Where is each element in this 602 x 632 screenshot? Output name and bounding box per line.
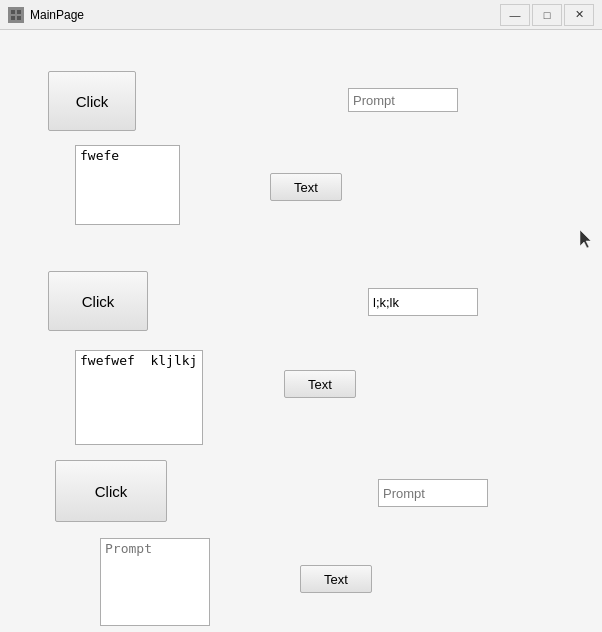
title-bar-controls: — □ ✕ bbox=[500, 4, 594, 26]
textarea-2[interactable]: fwefwef kljlkj bbox=[75, 350, 203, 445]
window-title: MainPage bbox=[30, 8, 84, 22]
prompt-input-3[interactable] bbox=[378, 479, 488, 507]
click-button-3[interactable]: Click bbox=[55, 460, 167, 522]
textarea-1[interactable]: fwefe bbox=[75, 145, 180, 225]
text-button-1[interactable]: Text bbox=[270, 173, 342, 201]
svg-marker-4 bbox=[580, 230, 591, 248]
text-button-2[interactable]: Text bbox=[284, 370, 356, 398]
svg-rect-2 bbox=[11, 16, 15, 20]
cursor-arrow bbox=[580, 230, 592, 248]
minimize-button[interactable]: — bbox=[500, 4, 530, 26]
close-button[interactable]: ✕ bbox=[564, 4, 594, 26]
maximize-button[interactable]: □ bbox=[532, 4, 562, 26]
click-button-1[interactable]: Click bbox=[48, 71, 136, 131]
svg-rect-3 bbox=[17, 16, 21, 20]
prompt-input-2[interactable] bbox=[368, 288, 478, 316]
textarea-3[interactable] bbox=[100, 538, 210, 626]
click-button-2[interactable]: Click bbox=[48, 271, 148, 331]
title-bar-left: MainPage bbox=[8, 7, 84, 23]
svg-rect-0 bbox=[11, 10, 15, 14]
prompt-input-1[interactable] bbox=[348, 88, 458, 112]
text-button-3[interactable]: Text bbox=[300, 565, 372, 593]
main-content: Click fwefe Text Click fwefwef kljlkj Te… bbox=[0, 30, 602, 632]
title-bar: MainPage — □ ✕ bbox=[0, 0, 602, 30]
app-icon bbox=[8, 7, 24, 23]
svg-rect-1 bbox=[17, 10, 21, 14]
